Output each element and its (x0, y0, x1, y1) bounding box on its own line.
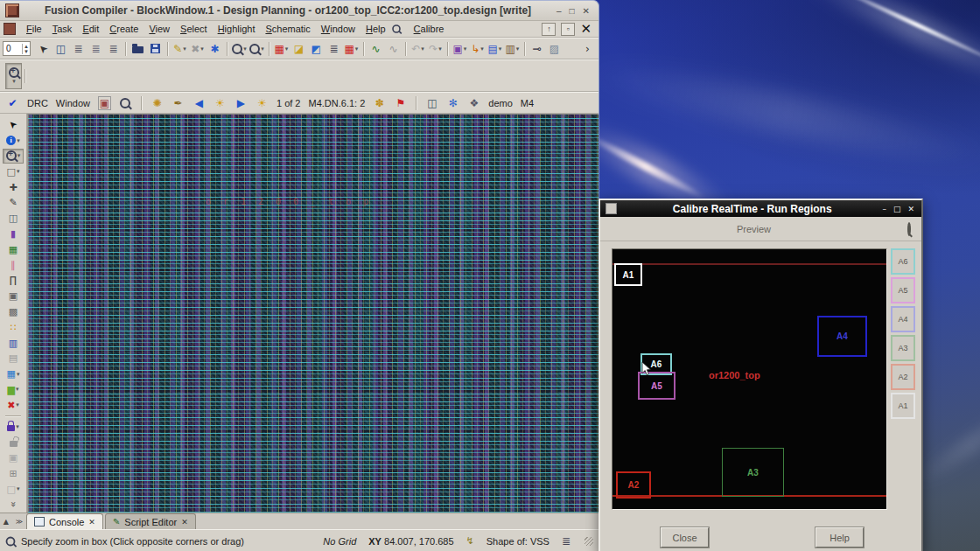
polygon-edit-icon[interactable]: ✎ (3, 195, 24, 211)
redo-icon[interactable]: ↷▾ (427, 39, 444, 58)
highlight-sparkle-icon[interactable]: ✺ (149, 94, 165, 112)
region-button-a6[interactable]: A6 (891, 248, 915, 275)
restore-window-button[interactable]: ▫ (561, 23, 575, 36)
drc-window-menu[interactable]: Window (54, 98, 92, 108)
density-map-icon[interactable]: ▆▾ (3, 382, 24, 398)
title-bar[interactable]: Fusion Compiler - BlockWindow.1 - Design… (0, 1, 598, 21)
display-options-icon[interactable]: ▣▾ (452, 39, 468, 58)
align-bottom-icon[interactable]: ≣ (70, 39, 87, 58)
flag-icon[interactable]: ⚑ (392, 94, 409, 112)
region-a3[interactable]: A3 (722, 448, 784, 497)
menu-highlight[interactable]: Highlight (213, 23, 261, 35)
route-alt-icon[interactable]: ∿ (385, 39, 402, 58)
drc-map-icon[interactable]: ▦▾ (273, 39, 290, 58)
split-shape-icon[interactable]: ◫ (3, 211, 24, 227)
minimize-button[interactable]: – (556, 6, 562, 16)
raise-window-button[interactable]: ↑ (542, 23, 556, 36)
pi-route-icon[interactable]: ∏ (3, 273, 24, 289)
prev-violation-icon[interactable]: ◀ (191, 94, 207, 112)
tab-console-close-icon[interactable]: ✕ (88, 518, 95, 527)
paste-shape-icon[interactable]: ▩ (3, 304, 24, 320)
menu-file[interactable]: File (21, 23, 47, 35)
fix-wand-icon[interactable]: ✽ (371, 94, 388, 112)
tools-icon[interactable]: ❖ (466, 94, 482, 112)
drc-menu[interactable]: DRC (25, 98, 50, 108)
edit-tool-icon[interactable]: ✎▾ (172, 39, 188, 58)
settings-gear-icon[interactable]: ✻ (444, 94, 461, 112)
region-a1[interactable]: A1 (614, 263, 642, 286)
tab-script-editor-close-icon[interactable]: ✕ (181, 518, 188, 527)
bulb-off-icon[interactable]: ☀ (254, 94, 270, 112)
help-button[interactable]: Help (816, 527, 864, 548)
region-button-a2[interactable]: A2 (891, 364, 915, 390)
menu-window[interactable]: Window (316, 23, 360, 35)
layer-fill-icon[interactable]: ◪ (290, 39, 307, 58)
close-dialog-button[interactable]: Close (661, 527, 709, 548)
library-icon[interactable]: ▥▾ (504, 39, 521, 58)
menu-view[interactable]: View (144, 23, 175, 35)
drc-swatch-icon[interactable]: ▣ (96, 94, 113, 112)
snap-icon[interactable]: ✱ (206, 39, 223, 58)
menu-select[interactable]: Select (175, 23, 213, 35)
menu-edit[interactable]: Edit (77, 23, 104, 35)
region-button-a1[interactable]: A1 (891, 393, 915, 419)
panel-expand-chevron[interactable]: ≫ (16, 518, 23, 526)
close-view-button[interactable]: ✕ (580, 21, 592, 37)
net-browser-icon[interactable]: ▦ (3, 241, 24, 257)
history-spinner[interactable]: 0▲▼ (3, 41, 31, 56)
region-preview-canvas[interactable]: A1A4A6A5A3A2or1200_top (612, 248, 887, 510)
clear-highlight-icon[interactable]: ✖▾ (3, 397, 24, 413)
preview-zoom-icon[interactable] (907, 224, 911, 234)
splitter-icon[interactable]: ∥ (3, 257, 24, 273)
close-button[interactable]: ✕ (583, 6, 590, 16)
highlight-brush-icon[interactable]: ✒ (170, 94, 186, 112)
menu-schematic[interactable]: Schematic (260, 23, 315, 35)
bulb-icon[interactable]: ☀ (212, 94, 228, 112)
panel-up-arrow[interactable]: ▲ (4, 518, 9, 526)
toolbar-overflow-icon[interactable]: › (579, 39, 596, 58)
cells-icon[interactable]: ▥ (3, 335, 24, 351)
select-tool-icon[interactable]: ➤ (3, 117, 24, 133)
layer-check-icon[interactable]: ◩ (308, 39, 325, 58)
move-tool-icon[interactable]: ✚ (3, 179, 24, 195)
delete-tool-icon[interactable]: ✖▾ (189, 39, 206, 58)
region-button-a3[interactable]: A3 (891, 335, 915, 361)
query-select-icon[interactable]: ▾ (231, 39, 248, 58)
save-design-icon[interactable] (147, 39, 164, 58)
group-icon[interactable]: ∷ (3, 319, 24, 335)
drc-search-icon[interactable] (117, 94, 134, 112)
dialog-close-button[interactable]: ✕ (907, 205, 914, 213)
maximize-button[interactable]: □ (570, 6, 575, 16)
drc-check-icon[interactable]: ✔ (4, 94, 21, 112)
layout-canvas[interactable]: or1200_top (27, 114, 598, 513)
zoom-box-tool-icon[interactable]: ▾ (5, 63, 22, 89)
dialog-maximize-button[interactable]: □ (893, 205, 901, 213)
align-top-icon[interactable]: ≣ (105, 39, 122, 58)
tab-script-editor[interactable]: ✎ Script Editor ✕ (105, 513, 196, 529)
next-violation-icon[interactable]: ▶ (233, 94, 249, 112)
hierarchy-icon[interactable]: ↳▾ (469, 39, 486, 58)
route-icon[interactable]: ∿ (368, 39, 384, 58)
undo-icon[interactable]: ↶▾ (410, 39, 426, 58)
rect-tool-icon[interactable]: □▾ (3, 164, 24, 179)
checklist-icon[interactable]: ≣ (326, 39, 342, 58)
dialog-minimize-button[interactable]: – (882, 205, 886, 213)
region-button-a4[interactable]: A4 (891, 306, 915, 332)
menu-help[interactable]: Help (360, 23, 391, 35)
add-region-icon[interactable]: ⊞ (3, 465, 24, 481)
align-middle-icon[interactable]: ≣ (88, 39, 104, 58)
rows-icon[interactable]: ▤ (3, 351, 24, 366)
snapshot-icon[interactable]: ▨ (546, 39, 563, 58)
log-toggle-icon[interactable]: ≣ (562, 535, 570, 548)
region-a2[interactable]: A2 (616, 471, 651, 499)
copy-shape-icon[interactable]: ▣ (3, 289, 24, 304)
dialog-title-bar[interactable]: Calibre RealTime - Run Regions – □ ✕ (600, 200, 921, 217)
menu-create[interactable]: Create (104, 23, 144, 35)
menu-task[interactable]: Task (47, 23, 78, 35)
bookmark-icon[interactable]: ▮ (3, 227, 24, 242)
pointer-mode-icon[interactable]: ➤ (35, 39, 52, 58)
info-tool-icon[interactable]: i▾ (3, 133, 24, 149)
menu-calibre[interactable]: Calibre (409, 23, 450, 35)
unlock-icon[interactable] (3, 435, 24, 450)
region-a4[interactable]: A4 (817, 316, 867, 357)
